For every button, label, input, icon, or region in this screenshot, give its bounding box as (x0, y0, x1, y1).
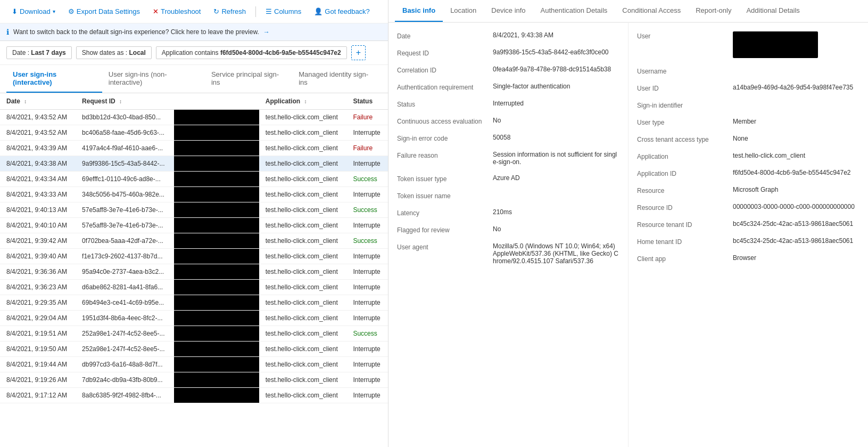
cell-application: test.hello-click.com_client (259, 141, 347, 156)
detail-label: User agent (397, 242, 493, 251)
app-filter-label: Application contains (162, 49, 219, 56)
detail-row: Username (637, 67, 859, 75)
feedback-button[interactable]: 👤 Got feedback? (309, 4, 375, 19)
info-link[interactable]: → (263, 28, 270, 36)
cell-application: test.hello-click.com_client (259, 218, 347, 233)
cell-application: test.hello-click.com_client (259, 202, 347, 218)
table-row[interactable]: 8/4/2021, 9:29:35 AM 69b494e3-ce41-4c69-… (0, 295, 388, 311)
cell-application: test.hello-click.com_client (259, 249, 347, 264)
download-label: Download (20, 7, 51, 15)
troubleshoot-button[interactable]: ✕ Troubleshoot (147, 4, 206, 19)
detail-label: Cross tenant access type (637, 135, 733, 143)
date-filter-label: Date : (12, 49, 29, 56)
show-dates-label: Show dates as : (82, 49, 127, 56)
add-filter-button[interactable]: + (351, 45, 366, 60)
cell-application: test.hello-click.com_client (259, 326, 347, 342)
detail-value: 50058 (493, 134, 619, 141)
detail-value: 00000003-0000-0000-c000-000000000000 (733, 203, 859, 210)
detail-value: Microsoft Graph (733, 186, 859, 193)
cell-redacted (174, 172, 259, 187)
cell-application: test.hello-click.com_client (259, 372, 347, 388)
tab-managed-identity[interactable]: Managed identity sign-ins (292, 65, 382, 93)
table-row[interactable]: 8/4/2021, 9:36:23 AM d6abe862-8281-4a41-… (0, 280, 388, 295)
columns-button[interactable]: ☰ Columns (260, 4, 307, 19)
detail-value: test.hello-click.com_client (733, 152, 859, 159)
detail-row: Client app Browser (637, 254, 859, 263)
left-panel: ⬇ Download ▾ ⚙ Export Data Settings ✕ Tr… (0, 0, 388, 447)
tab-service-principal[interactable]: Service principal sign-ins (205, 65, 292, 93)
cell-status: Interrupte (346, 372, 388, 388)
tab-basic-info[interactable]: Basic info (395, 0, 443, 22)
cell-status: Interrupte (346, 187, 388, 202)
cell-redacted (174, 233, 259, 249)
cell-redacted (174, 372, 259, 388)
tab-additional-details[interactable]: Additional Details (739, 0, 807, 22)
feedback-icon: 👤 (314, 7, 323, 15)
table-row[interactable]: 8/4/2021, 9:19:51 AM 252a98e1-247f-4c52-… (0, 326, 388, 342)
tab-report-only[interactable]: Report-only (688, 0, 739, 22)
tab-interactive[interactable]: User sign-ins (interactive) (6, 65, 102, 93)
show-dates-value: Local (129, 49, 145, 56)
table-row[interactable]: 8/4/2021, 9:43:33 AM 348c5056-b475-460a-… (0, 187, 388, 202)
refresh-icon: ↻ (213, 7, 219, 15)
detail-label: Resource ID (637, 203, 733, 212)
cell-request-id: 95a94c0e-2737-4aea-b3c2... (76, 264, 174, 280)
table-row[interactable]: 8/4/2021, 9:40:10 AM 57e5aff8-3e7e-41e6-… (0, 218, 388, 233)
table-row[interactable]: 8/4/2021, 9:19:44 AM db997cd3-6a16-48a8-… (0, 357, 388, 372)
table-row[interactable]: 8/4/2021, 9:19:50 AM 252a98e1-247f-4c52-… (0, 342, 388, 357)
detail-label: Resource (637, 186, 733, 194)
cell-date: 8/4/2021, 9:43:39 AM (0, 141, 76, 156)
detail-tabs: Basic info Location Device info Authenti… (388, 0, 868, 23)
table-row[interactable]: 8/4/2021, 9:43:52 AM bd3bb12d-43c0-4bad-… (0, 110, 388, 125)
table-row[interactable]: 8/4/2021, 9:39:40 AM f1e173c9-2602-4137-… (0, 249, 388, 264)
table-row[interactable]: 8/4/2021, 9:43:34 AM 69efffc1-0110-49c6-… (0, 172, 388, 187)
table-row[interactable]: 8/4/2021, 9:43:39 AM 4197a4c4-f9af-4610-… (0, 141, 388, 156)
tab-device-info[interactable]: Device info (484, 0, 533, 22)
detail-value: Mozilla/5.0 (Windows NT 10.0; Win64; x64… (493, 242, 619, 265)
tab-authentication-details[interactable]: Authentication Details (533, 0, 615, 22)
cell-application: test.hello-click.com_client (259, 187, 347, 202)
col-date[interactable]: Date ↕ (0, 93, 76, 110)
table-row[interactable]: 8/4/2021, 9:39:42 AM 0f702bea-5aaa-42df-… (0, 233, 388, 249)
cell-application: test.hello-click.com_client (259, 280, 347, 295)
show-dates-filter-chip[interactable]: Show dates as : Local (76, 46, 152, 59)
detail-row: Resource tenant ID bc45c324-25dc-42ac-a5… (637, 220, 859, 229)
cell-redacted (174, 311, 259, 326)
tab-conditional-access[interactable]: Conditional Access (615, 0, 688, 22)
download-chevron-icon: ▾ (53, 9, 55, 14)
table-row[interactable]: 8/4/2021, 9:29:04 AM 1951d3f4-8b6a-4eec-… (0, 311, 388, 326)
cell-date: 8/4/2021, 9:40:13 AM (0, 202, 76, 218)
col-status[interactable]: Status (346, 93, 388, 110)
table-row[interactable]: 8/4/2021, 9:19:26 AM 7db92a4c-db9a-43fb-… (0, 372, 388, 388)
detail-value: Browser (733, 254, 859, 262)
detail-row: Status Interrupted (397, 100, 619, 108)
col-redacted (174, 93, 259, 110)
table-row[interactable]: 8/4/2021, 9:43:52 AM bc406a58-faae-45d6-… (0, 125, 388, 141)
detail-row: Authentication requirement Single-factor… (397, 83, 619, 91)
app-filter-chip[interactable]: Application contains f6fd50e4-800d-4cb6-… (156, 46, 347, 59)
col-request-id[interactable]: Request ID ↕ (76, 93, 174, 110)
detail-row: User agent Mozilla/5.0 (Windows NT 10.0;… (397, 242, 619, 265)
cell-request-id: db997cd3-6a16-48a8-8d7f... (76, 357, 174, 372)
detail-row: Cross tenant access type None (637, 135, 859, 143)
date-filter-chip[interactable]: Date : Last 7 days (6, 46, 72, 59)
table-row[interactable]: 8/4/2021, 9:17:12 AM 8a8c6385-9f2f-4982-… (0, 388, 388, 403)
refresh-button[interactable]: ↻ Refresh (208, 4, 251, 19)
detail-label: User type (637, 118, 733, 126)
detail-label: Token issuer name (397, 191, 493, 200)
table-row[interactable]: 8/4/2021, 9:36:36 AM 95a94c0e-2737-4aea-… (0, 264, 388, 280)
detail-value: No (493, 225, 619, 233)
col-application[interactable]: Application ↕ (259, 93, 347, 110)
tab-non-interactive[interactable]: User sign-ins (non-interactive) (102, 65, 205, 93)
cell-date: 8/4/2021, 9:19:50 AM (0, 342, 76, 357)
table-row[interactable]: 8/4/2021, 9:40:13 AM 57e5aff8-3e7e-41e6-… (0, 202, 388, 218)
export-button[interactable]: ⚙ Export Data Settings (63, 4, 145, 19)
cell-request-id: bd3bb12d-43c0-4bad-850... (76, 110, 174, 125)
cell-redacted (174, 218, 259, 233)
cell-application: test.hello-click.com_client (259, 125, 347, 141)
cell-application: test.hello-click.com_client (259, 156, 347, 172)
detail-label: Application (637, 152, 733, 160)
table-row[interactable]: 8/4/2021, 9:43:38 AM 9a9f9386-15c5-43a5-… (0, 156, 388, 172)
download-button[interactable]: ⬇ Download ▾ (6, 4, 61, 19)
tab-location[interactable]: Location (443, 0, 484, 22)
